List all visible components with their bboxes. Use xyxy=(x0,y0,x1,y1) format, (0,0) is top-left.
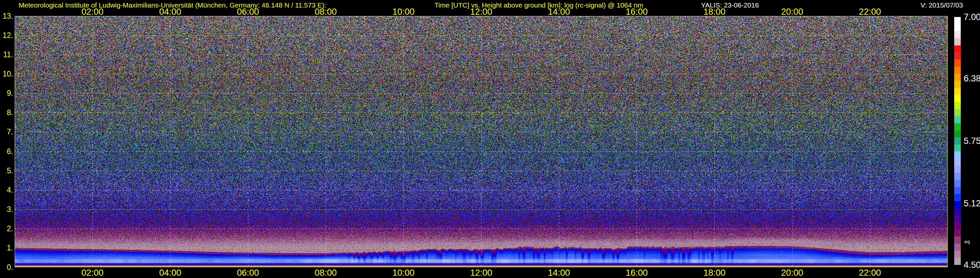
colorbar-cell xyxy=(954,88,961,95)
x-tick-label: 14:00 xyxy=(548,268,570,277)
y-tick-label: 10. xyxy=(0,70,13,78)
colorbar-cell xyxy=(954,152,961,159)
colorbar-cell xyxy=(954,251,961,258)
colorbar-cell xyxy=(954,236,961,244)
x-tick-label: 04:00 xyxy=(159,7,181,16)
colorbar-cell xyxy=(954,258,961,265)
colorbar-cell xyxy=(954,201,961,208)
colorbar-tick-label: 5.12 xyxy=(964,199,980,208)
x-tick-label: 16:00 xyxy=(625,7,648,16)
y-tick-label: 11. xyxy=(0,51,13,59)
x-tick-label: 12:00 xyxy=(470,268,492,277)
colorbar-cell xyxy=(954,145,961,152)
x-tick-label: 02:00 xyxy=(81,268,103,277)
colorbar-cell xyxy=(954,131,961,138)
version-label: V: 2015/07/03 xyxy=(921,1,963,9)
x-tick-label: 22:00 xyxy=(859,268,881,277)
colorbar-cell xyxy=(954,187,961,194)
y-tick-label: 12. xyxy=(0,32,13,39)
y-tick-label: 2. xyxy=(0,225,13,232)
x-tick-label: 22:00 xyxy=(859,7,881,16)
y-tick-label: 4. xyxy=(0,186,13,193)
colorbar-cell xyxy=(954,95,961,102)
colorbar-cell xyxy=(954,173,961,180)
y-tick-label: 0. xyxy=(0,264,13,271)
colorbar-eq-label: eq xyxy=(964,239,970,244)
x-tick-label: 18:00 xyxy=(703,7,725,16)
colorbar-cell xyxy=(954,194,961,201)
colorbar-cell xyxy=(954,31,961,38)
colorbar-tick-label: 7.00 xyxy=(964,13,980,22)
y-tick-label: 13. xyxy=(0,13,13,20)
colorbar-cell xyxy=(954,38,961,45)
colorbar-cell xyxy=(954,109,961,117)
colorbar xyxy=(954,17,961,265)
x-tick-label: 06:00 xyxy=(237,7,259,16)
colorbar-cell xyxy=(954,215,961,222)
y-tick-label: 9. xyxy=(0,89,13,97)
y-tick-label: 6. xyxy=(0,147,13,155)
y-tick-label: 5. xyxy=(0,167,13,174)
colorbar-cell xyxy=(954,45,961,53)
x-tick-label: 20:00 xyxy=(781,7,803,16)
colorbar-cell xyxy=(954,24,961,31)
colorbar-cell xyxy=(954,102,961,109)
x-tick-label: 10:00 xyxy=(392,268,415,277)
colorbar-cell xyxy=(954,137,961,145)
y-tick-label: 3. xyxy=(0,205,13,213)
x-tick-label: 10:00 xyxy=(392,7,415,16)
colorbar-cell xyxy=(954,59,961,67)
y-tick-label: 7. xyxy=(0,128,13,136)
x-tick-label: 02:00 xyxy=(81,7,103,16)
colorbar-cell xyxy=(954,52,961,59)
colorbar-cell xyxy=(954,67,961,74)
colorbar-cell xyxy=(954,208,961,216)
colorbar-tick-label: 4.50 xyxy=(964,260,980,270)
colorbar-cell xyxy=(954,123,961,131)
colorbar-cell xyxy=(954,73,961,81)
plot-title: Time [UTC] vs. Height above ground [km]:… xyxy=(434,1,643,9)
x-tick-label: 04:00 xyxy=(159,268,181,277)
colorbar-cell xyxy=(954,166,961,173)
lidar-heatmap-canvas xyxy=(15,16,948,267)
colorbar-cell xyxy=(954,180,961,187)
x-tick-label: 06:00 xyxy=(237,268,259,277)
colorbar-cell xyxy=(954,17,961,24)
colorbar-tick-label: 5.75 xyxy=(964,137,980,145)
y-tick-label: 8. xyxy=(0,109,13,117)
colorbar-cell xyxy=(954,116,961,123)
x-tick-label: 08:00 xyxy=(315,268,337,277)
colorbar-cell xyxy=(954,222,961,230)
lidar-quicklook-page: Meteorological Institute of Ludwig-Maxim… xyxy=(0,0,980,278)
colorbar-cell xyxy=(954,81,961,88)
colorbar-cell xyxy=(954,230,961,237)
x-tick-label: 20:00 xyxy=(781,268,803,277)
x-tick-label: 18:00 xyxy=(703,268,725,277)
colorbar-tick-label: 6.38 xyxy=(964,74,980,83)
x-tick-label: 14:00 xyxy=(548,7,570,16)
x-tick-label: 16:00 xyxy=(625,268,648,277)
colorbar-cell xyxy=(954,159,961,166)
colorbar-cell xyxy=(954,244,961,251)
x-tick-label: 08:00 xyxy=(315,7,337,16)
x-tick-label: 12:00 xyxy=(470,7,492,16)
y-tick-label: 1. xyxy=(0,244,13,251)
